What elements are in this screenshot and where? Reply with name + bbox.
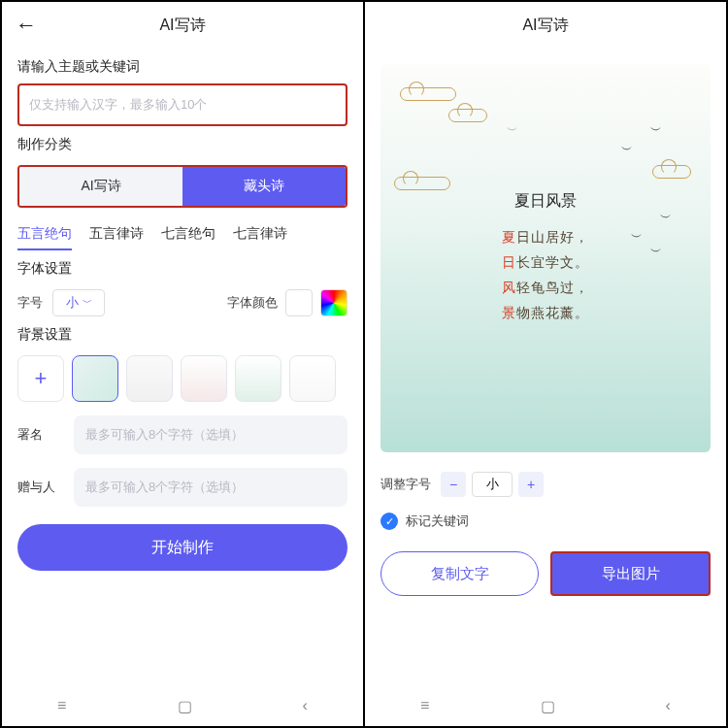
page-title: AI写诗 <box>159 16 205 36</box>
tab-acrostic[interactable]: 藏头诗 <box>182 167 346 206</box>
keyword-placeholder: 仅支持输入汉字，最多输入10个 <box>29 96 207 114</box>
start-button[interactable]: 开始制作 <box>17 524 347 571</box>
mark-keyword-label: 标记关键词 <box>406 513 469 530</box>
bg-option-2[interactable] <box>126 355 173 402</box>
poem-line: 日长宜学文。 <box>502 254 589 272</box>
system-navbar: ≡ ▢ ‹ <box>365 685 726 726</box>
signature-label: 署名 <box>17 426 58 444</box>
subtab-5jue[interactable]: 五言绝句 <box>17 225 72 250</box>
bird-icon: ︶ <box>650 244 662 260</box>
nav-home-icon[interactable]: ▢ <box>541 697 555 715</box>
poem-title: 夏日风景 <box>514 191 577 212</box>
bird-icon: ︶ <box>660 210 672 226</box>
adjust-size-label: 调整字号 <box>381 476 431 493</box>
category-label: 制作分类 <box>17 136 347 153</box>
bg-section-label: 背景设置 <box>17 326 347 344</box>
export-image-button[interactable]: 导出图片 <box>550 551 711 596</box>
bird-icon: ︶ <box>621 142 633 158</box>
bird-icon: ︶ <box>631 229 643 246</box>
form-subtabs: 五言绝句 五言律诗 七言绝句 七言律诗 <box>17 225 347 250</box>
font-section-label: 字体设置 <box>17 260 347 278</box>
cloud-decoration <box>400 87 456 101</box>
cloud-decoration <box>394 177 450 190</box>
color-picker-icon[interactable] <box>320 289 347 316</box>
chevron-down-icon: ﹀ <box>83 296 92 310</box>
size-increase-button[interactable]: + <box>518 472 544 497</box>
header-left: ← AI写诗 <box>2 2 363 49</box>
nav-back-icon[interactable]: ‹ <box>666 697 671 714</box>
font-size-value: 小 <box>66 294 79 312</box>
cloud-decoration <box>448 109 487 122</box>
nav-menu-icon[interactable]: ≡ <box>57 697 66 714</box>
page-title-right: AI写诗 <box>522 16 568 36</box>
font-size-select[interactable]: 小 ﹀ <box>52 289 105 316</box>
keyword-input[interactable]: 仅支持输入汉字，最多输入10个 <box>17 83 347 126</box>
bg-option-5[interactable] <box>289 355 336 402</box>
tab-ai-poem[interactable]: AI写诗 <box>19 167 182 206</box>
copy-text-button[interactable]: 复制文字 <box>381 551 539 596</box>
keyword-label: 请输入主题或关键词 <box>17 58 347 76</box>
poem-preview: ︶ ︶ ︶ ︶ ︶ ︶ 夏日风景 夏日山居好， 日长宜学文。 风轻龟鸟过， 景物… <box>381 64 711 452</box>
bird-icon: ︶ <box>507 122 518 139</box>
cloud-decoration <box>652 165 691 179</box>
bg-add-button[interactable]: + <box>17 355 64 402</box>
bg-option-3[interactable] <box>181 355 227 402</box>
nav-back-icon[interactable]: ‹ <box>303 697 308 714</box>
bg-option-4[interactable] <box>235 355 281 402</box>
bird-icon: ︶ <box>650 122 662 139</box>
font-color-label: 字体颜色 <box>227 294 278 312</box>
nav-menu-icon[interactable]: ≡ <box>420 697 429 714</box>
system-navbar: ≡ ▢ ‹ <box>2 685 363 726</box>
bg-option-1[interactable] <box>72 355 118 402</box>
font-size-label: 字号 <box>17 294 43 312</box>
back-icon[interactable]: ← <box>16 13 37 38</box>
subtab-7jue[interactable]: 七言绝句 <box>161 225 215 250</box>
poem-line: 夏日山居好， <box>502 229 589 247</box>
font-size-stepper: − 小 + <box>441 472 544 497</box>
category-tabs: AI写诗 藏头诗 <box>17 165 347 208</box>
background-options: + <box>17 355 347 402</box>
poem-line: 景物燕花薰。 <box>502 305 589 322</box>
mark-keyword-checkbox[interactable]: ✓ <box>381 513 398 530</box>
header-right: AI写诗 <box>365 2 726 49</box>
poem-line: 风轻龟鸟过， <box>502 280 589 297</box>
subtab-7lv[interactable]: 七言律诗 <box>233 225 287 250</box>
recipient-label: 赠与人 <box>17 479 58 496</box>
subtab-5lv[interactable]: 五言律诗 <box>89 225 144 250</box>
size-decrease-button[interactable]: − <box>441 472 466 497</box>
nav-home-icon[interactable]: ▢ <box>178 697 192 715</box>
size-value: 小 <box>472 472 513 497</box>
font-color-swatch[interactable] <box>285 289 313 316</box>
signature-input[interactable]: 最多可输入8个字符（选填） <box>74 415 347 454</box>
recipient-input[interactable]: 最多可输入8个字符（选填） <box>74 468 347 507</box>
